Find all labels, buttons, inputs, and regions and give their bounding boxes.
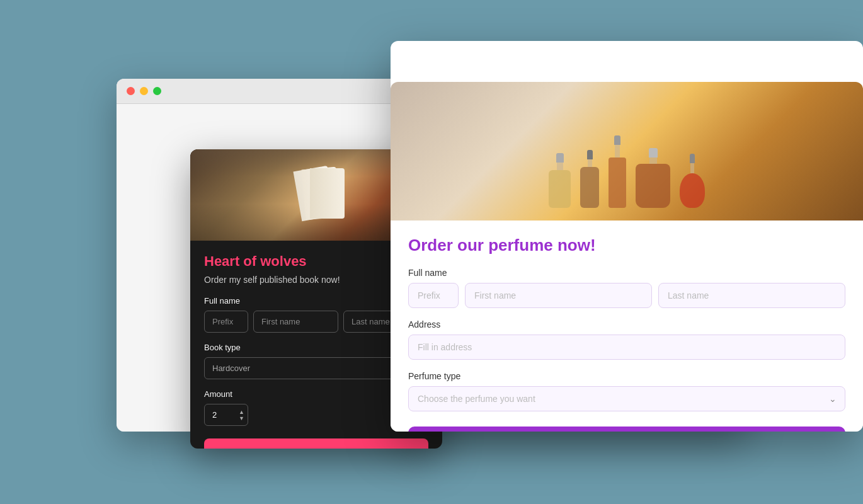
perfume-address-input[interactable]	[408, 335, 845, 360]
bottle-3	[636, 148, 670, 208]
perfume-select-wrapper: Choose the perfume you want Rose Eleganc…	[408, 386, 845, 411]
send-application-button[interactable]: Send application	[204, 438, 428, 449]
perfume-address-label: Address	[408, 319, 845, 329]
perfume-full-name-label: Full name	[408, 268, 845, 278]
traffic-light-red[interactable]	[127, 87, 135, 95]
traffic-light-yellow[interactable]	[140, 87, 148, 95]
amount-wrapper: ▲ ▼	[204, 404, 248, 426]
perfume-prefix-input[interactable]	[408, 283, 459, 308]
book-prefix-input[interactable]	[204, 311, 248, 333]
book-visual	[278, 162, 354, 225]
perfume-first-name-input[interactable]	[465, 283, 652, 308]
stepper-up[interactable]: ▲	[239, 409, 244, 415]
stepper-arrows: ▲ ▼	[239, 409, 244, 421]
perfume-type-label: Perfume type	[408, 371, 845, 381]
perfume-card-image	[391, 82, 863, 220]
order-now-button[interactable]: Order now	[408, 427, 845, 432]
perfume-type-select[interactable]: Choose the perfume you want Rose Eleganc…	[408, 386, 845, 411]
foreground-browser-window: Order our perfume now! Full name Address…	[391, 41, 863, 432]
bottle-group	[549, 135, 705, 208]
bottle-1	[549, 153, 571, 208]
bottle-5	[580, 150, 599, 208]
bottle-2	[609, 135, 626, 208]
bottle-4	[680, 154, 705, 208]
perfume-last-name-input[interactable]	[658, 283, 845, 308]
perfume-name-row	[408, 283, 845, 308]
book-first-name-input[interactable]	[253, 311, 338, 333]
perfume-title: Order our perfume now!	[408, 236, 845, 255]
stepper-down[interactable]: ▼	[239, 415, 244, 421]
traffic-light-green[interactable]	[153, 87, 161, 95]
perfume-order-card: Order our perfume now! Full name Address…	[391, 82, 863, 432]
